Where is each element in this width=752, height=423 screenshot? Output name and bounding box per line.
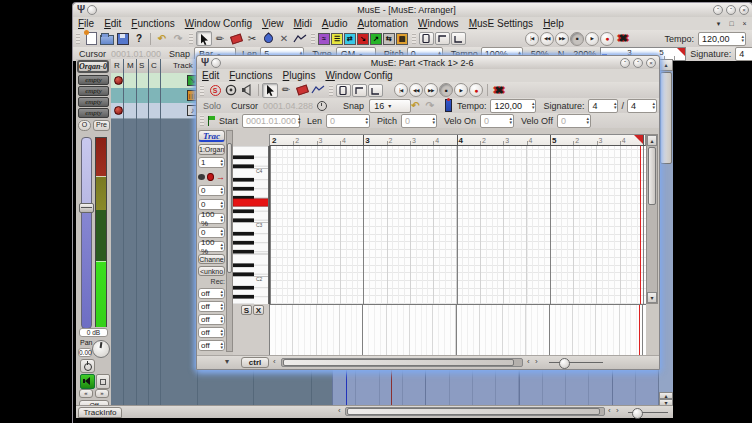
menu-item-functions[interactable]: Functions bbox=[126, 18, 179, 29]
glue-tool-button[interactable] bbox=[260, 31, 276, 46]
record-indicator-icon[interactable] bbox=[114, 76, 123, 85]
add-midi-track-icon[interactable]: ≈ bbox=[318, 33, 330, 45]
scroll-up-button[interactable]: ▴ bbox=[647, 135, 657, 146]
zoom-slider-knob[interactable] bbox=[559, 358, 570, 369]
part-panel-scrollbar[interactable] bbox=[226, 130, 233, 352]
controller-spinbox[interactable]: off▴▾ bbox=[198, 301, 225, 312]
velocity-solo-button[interactable]: S bbox=[241, 305, 252, 315]
save-button[interactable] bbox=[115, 31, 131, 46]
tempo-spinbox[interactable]: 120,00 ▴▾ bbox=[698, 32, 746, 46]
punch-in-button[interactable] bbox=[336, 84, 351, 97]
spin-arrows-icon[interactable]: ▴▾ bbox=[510, 117, 513, 124]
spin-arrows-icon[interactable]: ▴▾ bbox=[433, 117, 436, 124]
spin-arrows-icon[interactable]: ▴▾ bbox=[614, 102, 617, 109]
redirect-arrow-icon[interactable]: → bbox=[216, 173, 225, 181]
listen-button[interactable] bbox=[239, 83, 255, 98]
menu-item-windows[interactable]: Windows bbox=[413, 18, 464, 29]
scroll-thumb[interactable] bbox=[660, 72, 672, 164]
part-spinbox[interactable]: 0▴▾ bbox=[198, 185, 225, 196]
redo-button[interactable]: ↷ bbox=[170, 31, 186, 46]
scroll-left-icon[interactable]: ‹ bbox=[527, 357, 530, 367]
power-button[interactable] bbox=[80, 359, 95, 373]
add-wave-track-icon[interactable]: ⇄ bbox=[344, 33, 356, 45]
open-file-button[interactable] bbox=[99, 31, 115, 46]
cut-tool-button[interactable]: ✂ bbox=[244, 31, 260, 46]
forward-button[interactable]: ▶▶ bbox=[424, 83, 438, 97]
menu-item-view[interactable]: View bbox=[257, 18, 289, 29]
song-end-marker-icon[interactable] bbox=[634, 135, 643, 144]
part-spinbox[interactable]: 100 %▴▾ bbox=[198, 213, 225, 224]
scroll-thumb[interactable] bbox=[227, 143, 232, 273]
spin-arrows-icon[interactable]: ▴▾ bbox=[652, 102, 655, 109]
menu-item-muse-settings[interactable]: MusE Settings bbox=[464, 18, 539, 29]
spin-arrows-icon[interactable]: ▴▾ bbox=[586, 117, 589, 124]
effect-slot-button[interactable]: empty bbox=[78, 75, 109, 85]
loop-end-marker-icon[interactable] bbox=[677, 48, 685, 56]
punch-out-button[interactable] bbox=[451, 32, 466, 45]
record-indicator-icon[interactable] bbox=[114, 106, 123, 115]
scroll-right-icon[interactable]: › bbox=[535, 357, 538, 367]
menu-item-audio[interactable]: Audio bbox=[317, 18, 353, 29]
midi-thru-button[interactable] bbox=[223, 83, 239, 98]
toolbar-drag-handle[interactable] bbox=[329, 85, 333, 96]
part-spinbox[interactable]: 100 %▴▾ bbox=[198, 241, 225, 252]
mdi-restore-icon[interactable]: □ bbox=[726, 19, 737, 29]
mute-tool-button[interactable]: ✕ bbox=[276, 31, 292, 46]
menu-item-plugins[interactable]: Plugins bbox=[278, 70, 321, 81]
effect-slot-button[interactable]: empty bbox=[78, 86, 109, 96]
column-header-track[interactable]: Track bbox=[173, 61, 193, 70]
scroll-down-button[interactable]: ▾ bbox=[647, 292, 657, 303]
arranger-vscrollbar[interactable]: ▴ ▴ ▾ bbox=[658, 59, 673, 406]
routing-button[interactable]: O bbox=[78, 120, 91, 131]
transpose-spinbox[interactable]: 1 ▴▾ bbox=[198, 157, 225, 168]
track-tab[interactable]: Trac bbox=[198, 130, 225, 142]
shade-button[interactable]: ˇ bbox=[713, 5, 723, 15]
toolbar-drag-handle[interactable] bbox=[76, 33, 80, 44]
add-input-track-icon[interactable]: ↗ bbox=[370, 33, 382, 45]
controller-spinbox[interactable]: off▴▾ bbox=[198, 314, 225, 325]
add-group-track-icon[interactable]: ⇆ bbox=[383, 33, 395, 45]
zoom-slider-knob[interactable] bbox=[632, 408, 643, 419]
volume-fader-track[interactable] bbox=[81, 137, 92, 329]
pencil-tool-button[interactable]: ✏ bbox=[212, 31, 228, 46]
menu-item-automation[interactable]: Automation bbox=[352, 18, 413, 29]
loop-button[interactable] bbox=[352, 84, 367, 97]
shade-button[interactable]: ˇ bbox=[620, 58, 630, 68]
column-header-m[interactable]: M bbox=[127, 61, 134, 70]
panel-collapse-icon[interactable]: ▾ bbox=[225, 357, 229, 367]
scroll-thumb[interactable] bbox=[283, 359, 514, 366]
volume-fader-handle[interactable] bbox=[79, 203, 94, 213]
automation-tool-button[interactable] bbox=[292, 31, 308, 46]
loop-button[interactable] bbox=[435, 32, 450, 45]
pianoroll-hscrollbar[interactable] bbox=[281, 358, 523, 367]
part-name-button[interactable]: 1:Organ-0 bbox=[198, 144, 225, 155]
goto-start-button[interactable]: |◀ bbox=[394, 83, 408, 97]
spin-arrows-icon[interactable]: ▴▾ bbox=[532, 102, 535, 109]
arranger-hscrollbar[interactable] bbox=[345, 407, 605, 416]
play-button[interactable]: ▶ bbox=[585, 32, 599, 46]
velo-off-spinbox[interactable]: 0 ▴▾ bbox=[557, 114, 591, 128]
trackinfo-tab[interactable]: TrackInfo bbox=[78, 407, 122, 418]
aux-button[interactable] bbox=[96, 374, 110, 389]
effect-slot-button[interactable]: empty bbox=[78, 108, 109, 118]
column-header-c[interactable]: C bbox=[151, 61, 157, 70]
metronome-icon[interactable] bbox=[445, 99, 452, 112]
eraser-tool-button[interactable] bbox=[294, 83, 310, 98]
toolbar-drag-handle[interactable] bbox=[189, 33, 193, 44]
mdi-minimize-icon[interactable]: ▾ bbox=[713, 19, 724, 29]
gain-value[interactable]: 0 dB bbox=[79, 328, 108, 337]
pointer-tool-button[interactable] bbox=[262, 83, 278, 98]
spin-arrows-icon[interactable]: ▴▾ bbox=[366, 117, 369, 124]
channel-button[interactable]: Channe bbox=[198, 254, 225, 264]
column-header-s[interactable]: S bbox=[139, 61, 144, 70]
scroll-up-button[interactable]: ▴ bbox=[659, 59, 673, 71]
menu-item-edit[interactable]: Edit bbox=[99, 18, 126, 29]
toolbar-drag-handle[interactable] bbox=[200, 115, 204, 126]
maximize-button[interactable]: ˆ bbox=[726, 5, 736, 15]
solo-button[interactable]: S bbox=[207, 83, 223, 98]
maximize-button[interactable]: ˆ bbox=[633, 58, 643, 68]
toolbar-drag-handle[interactable] bbox=[311, 33, 315, 44]
grid-vscrollbar[interactable]: ▴ ▾ bbox=[646, 134, 658, 304]
add-output-track-icon[interactable]: ↘ bbox=[357, 33, 369, 45]
scroll-thumb[interactable] bbox=[347, 408, 600, 415]
